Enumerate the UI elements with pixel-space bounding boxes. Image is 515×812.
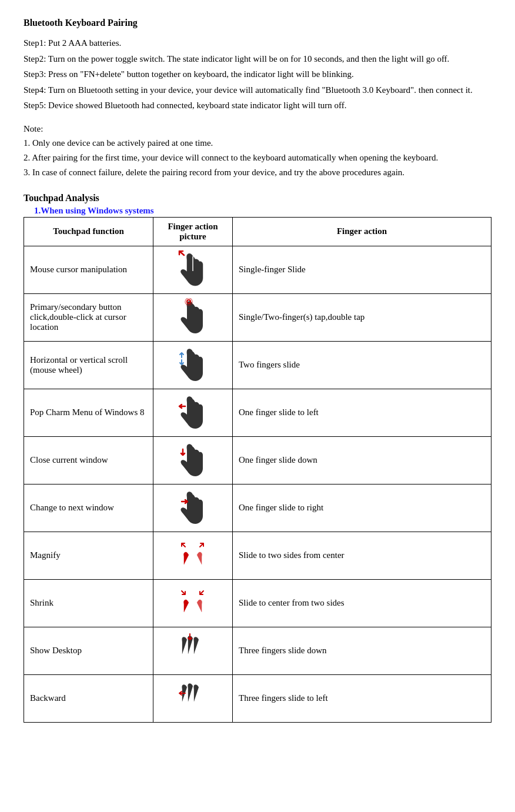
table-cell-action: One finger slide to left bbox=[233, 389, 491, 436]
table-row: Magnify Slide to two sides from center bbox=[24, 532, 491, 579]
table-row: Primary/secondary button click,double-cl… bbox=[24, 293, 491, 341]
steps-section: Step1: Put 2 AAA batteries. Step2: Turn … bbox=[24, 36, 491, 112]
table-cell-function: Show Desktop bbox=[24, 627, 153, 674]
table-cell-picture bbox=[153, 389, 233, 436]
step-2: Step2: Turn on the power toggle switch. … bbox=[24, 52, 491, 66]
table-cell-picture bbox=[153, 579, 233, 627]
table-row: Pop Charm Menu of Windows 8 One finger s… bbox=[24, 389, 491, 436]
table-cell-action: Slide to two sides from center bbox=[233, 532, 491, 579]
table-cell-picture bbox=[153, 532, 233, 579]
table-cell-action: One finger slide to right bbox=[233, 484, 491, 532]
col-header-function: Touchpad function bbox=[24, 217, 153, 246]
table-cell-picture bbox=[153, 246, 233, 293]
table-cell-picture bbox=[153, 293, 233, 341]
table-cell-function: Backward bbox=[24, 674, 153, 722]
table-cell-function: Change to next window bbox=[24, 484, 153, 532]
table-row: Change to next window One finger slide t… bbox=[24, 484, 491, 532]
bluetooth-title: Bluetooth Keyboard Pairing bbox=[24, 18, 491, 28]
table-header-row: Touchpad function Finger action picture … bbox=[24, 217, 491, 246]
table-row: Shrink Slide to center from two sides bbox=[24, 579, 491, 627]
step-1: Step1: Put 2 AAA batteries. bbox=[24, 36, 491, 50]
step-4: Step4: Turn on Bluetooth setting in your… bbox=[24, 83, 491, 97]
table-cell-function: Pop Charm Menu of Windows 8 bbox=[24, 389, 153, 436]
table-cell-action: Single-finger Slide bbox=[233, 246, 491, 293]
table-row: Backward Three fingers slide to left bbox=[24, 674, 491, 722]
note-2: 2. After pairing for the first time, you… bbox=[24, 151, 491, 165]
table-cell-function: Horizontal or vertical scroll (mouse whe… bbox=[24, 341, 153, 389]
table-row: Mouse cursor manipulation Single-finger … bbox=[24, 246, 491, 293]
table-cell-picture bbox=[153, 436, 233, 484]
table-cell-picture bbox=[153, 484, 233, 532]
table-cell-function: Mouse cursor manipulation bbox=[24, 246, 153, 293]
table-cell-function: Primary/secondary button click,double-cl… bbox=[24, 293, 153, 341]
touchpad-section: Touchpad Analysis 1.When using Windows s… bbox=[24, 193, 491, 723]
table-cell-picture bbox=[153, 627, 233, 674]
subsection-title: 1.When using Windows systems bbox=[34, 206, 491, 216]
table-cell-action: One finger slide down bbox=[233, 436, 491, 484]
step-3: Step3: Press on "FN+delete" button toget… bbox=[24, 68, 491, 81]
table-row: Show Desktop Three fingers slide down bbox=[24, 627, 491, 674]
table-cell-action: Slide to center from two sides bbox=[233, 579, 491, 627]
note-1: 1. Only one device can be actively paire… bbox=[24, 136, 491, 151]
col-header-picture: Finger action picture bbox=[153, 217, 233, 246]
note-header: Note: bbox=[24, 122, 491, 136]
table-cell-action: Three fingers slide to left bbox=[233, 674, 491, 722]
notes-section: Note: 1. Only one device can be actively… bbox=[24, 122, 491, 180]
table-cell-action: Two fingers slide bbox=[233, 341, 491, 389]
table-cell-function: Magnify bbox=[24, 532, 153, 579]
table-cell-action: Single/Two-finger(s) tap,double tap bbox=[233, 293, 491, 341]
table-cell-function: Shrink bbox=[24, 579, 153, 627]
step-5: Step5: Device showed Bluetooth had conne… bbox=[24, 99, 491, 112]
table-cell-picture bbox=[153, 341, 233, 389]
col-header-action: Finger action bbox=[233, 217, 491, 246]
table-cell-picture bbox=[153, 674, 233, 722]
table-cell-action: Three fingers slide down bbox=[233, 627, 491, 674]
table-row: Close current window One finger slide do… bbox=[24, 436, 491, 484]
table-row: Horizontal or vertical scroll (mouse whe… bbox=[24, 341, 491, 389]
table-cell-function: Close current window bbox=[24, 436, 153, 484]
touchpad-title: Touchpad Analysis bbox=[24, 193, 491, 203]
note-3: 3. In case of connect failure, delete th… bbox=[24, 165, 491, 180]
touchpad-table: Touchpad function Finger action picture … bbox=[24, 217, 491, 723]
